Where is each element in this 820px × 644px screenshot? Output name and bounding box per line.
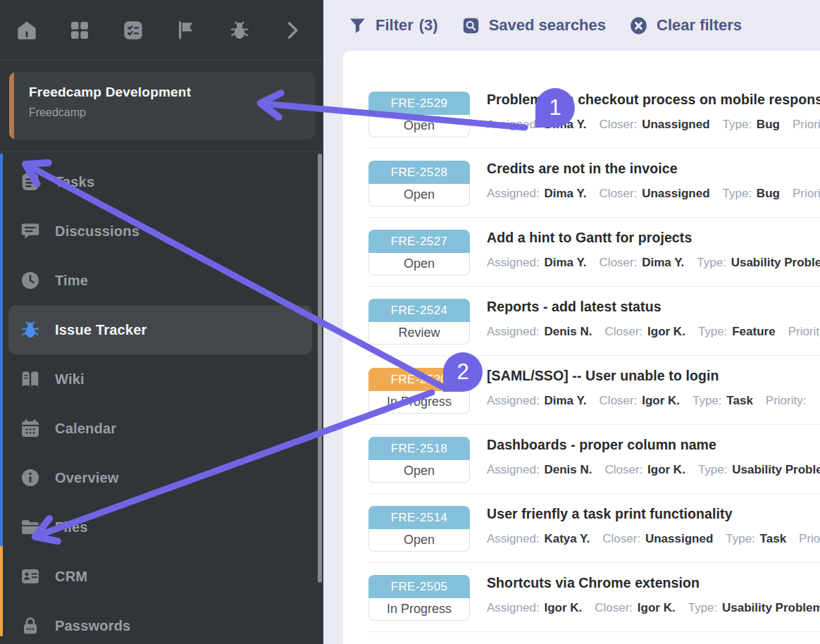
clear-filters-button[interactable]: Clear filters [629,16,742,35]
sidebar-item-passwords[interactable]: Passwords [0,601,323,644]
type-value: Usability Problem [731,256,820,269]
sidebar-item-label: Calendar [55,421,116,437]
issue-title[interactable]: Add a hint to Gantt for projects [487,230,820,246]
issue-id-block[interactable]: FRE-2527 Open [368,230,470,275]
issue-id-block[interactable]: FRE-2529 Open [368,92,470,137]
project-accent-bar [9,72,14,140]
type-label: Type: [688,601,718,614]
closer-label: Closer: [600,187,638,200]
issue-row[interactable]: FRE-2518 Open Dashboards - proper column… [368,425,820,494]
sidebar-item-label: Wiki [55,371,85,388]
type-value: Usability Problem [722,601,820,614]
sidebar-item-issue-tracker[interactable]: Issue Tracker [8,305,312,354]
issue-title[interactable]: [SAML/SSO] -- User unable to login [487,368,806,384]
apps-grid-icon[interactable] [68,19,91,42]
assigned-label: Assigned: [487,118,540,131]
sidebar-item-crm[interactable]: CRM [0,552,323,601]
closer-value: Igor K. [647,325,685,338]
type-value: Usability Problem [732,463,820,476]
issue-title[interactable]: Problem with checkout process on mobile … [487,92,820,108]
issue-row[interactable]: FRE-2527 Open Add a hint to Gantt for pr… [368,218,820,287]
issue-row[interactable]: FRE-2505 In Progress Shortcuts via Chrom… [368,563,820,632]
issue-id-block[interactable]: FRE-2518 Open [368,437,470,483]
issue-title[interactable]: Reports - add latest status [487,299,820,315]
sidebar-top-icon-bar [0,0,323,61]
priority-label: Priority: [793,187,820,200]
type-value: Feature [732,325,775,338]
issue-title[interactable]: Dashboards - proper column name [487,437,820,453]
expand-sidebar-icon[interactable] [281,19,304,42]
sidebar-item-label: Tasks [55,174,94,190]
issue-row[interactable]: FRE-2528 Open Credits are not in the inv… [368,149,820,218]
filter-button[interactable]: Filter (3) [348,16,438,35]
assigned-value: Dima Y. [544,118,586,131]
chevron-down-icon[interactable] [274,96,294,116]
sidebar-item-label: CRM [55,569,87,585]
priority-label: Priority: [799,532,820,545]
priority-label: Priority: [788,325,820,338]
menu-icon [20,467,41,488]
issue-title[interactable]: User frienfly a task print functionality [487,506,820,522]
issue-id-block[interactable]: FRE-2524 Review [368,299,470,345]
project-subtitle: Freedcamp [29,106,315,119]
sidebar-item-label: Time [55,273,88,289]
issue-row[interactable]: FRE-2524 Review Reports - add latest sta… [368,287,820,356]
issue-status-badge: Open [368,115,470,137]
sidebar-scrollbar[interactable] [318,154,322,583]
issue-id-block[interactable]: FRE-2514 Open [368,506,470,552]
sidebar-item-calendar[interactable]: Calendar [0,404,323,453]
issue-meta: Assigned: Katya Y. Closer: Unassigned Ty… [487,532,820,546]
issue-id-badge: FRE-2520 [368,368,470,391]
closer-label: Closer: [595,601,633,614]
sidebar-item-wiki[interactable]: Wiki [0,354,323,404]
issue-id-badge: FRE-2514 [368,506,470,529]
issue-title[interactable]: Credits are not in the invoice [487,161,820,177]
bug-icon[interactable] [228,19,251,42]
issue-meta: Assigned: Dima Y. Closer: Unassigned Typ… [487,187,820,201]
issue-row[interactable]: FRE-2529 Open Problem with checkout proc… [368,80,820,149]
type-label: Type: [723,118,752,131]
assigned-value: Dima Y. [544,256,586,269]
type-value: Task [760,532,787,545]
assigned-value: Denis N. [544,325,592,338]
issue-title[interactable]: Shortcuts via Chrome extension [487,575,820,591]
sidebar-item-tasks[interactable]: Tasks [0,157,323,206]
issue-id-badge: FRE-2518 [368,437,470,460]
closer-value: Igor K. [638,601,676,614]
issue-id-block[interactable]: FRE-2528 Open [368,161,470,206]
priority-label: Priority: [766,394,807,407]
flag-icon[interactable] [175,19,197,42]
menu-icon [20,221,41,242]
issue-meta: Assigned: Dima Y. Closer: Dima Y. Type: … [487,256,820,270]
sidebar: Freedcamp Development Freedcamp Tasks Di… [0,0,323,644]
saved-searches-label: Saved searches [489,16,606,35]
issue-row[interactable]: FRE-2514 Open User frienfly a task print… [368,494,820,563]
type-label: Type: [692,394,722,407]
issue-id-block[interactable]: FRE-2505 In Progress [368,575,470,621]
sidebar-scroll-accent-blue [0,154,3,546]
menu-icon [20,270,41,291]
closer-label: Closer: [600,256,638,269]
sidebar-item-label: Passwords [55,618,130,634]
sidebar-item-files[interactable]: Files [0,502,323,552]
assigned-value: Igor K. [544,601,582,614]
issue-row[interactable]: FRE-2520 In Progress [SAML/SSO] -- User … [368,356,820,425]
issue-status-badge: Open [368,460,470,483]
filter-count: (3) [419,16,438,35]
sidebar-item-overview[interactable]: Overview [0,453,323,502]
closer-value: Unassigned [645,532,713,545]
issue-id-block[interactable]: FRE-2520 In Progress [368,368,470,414]
saved-searches-button[interactable]: Saved searches [461,16,606,35]
project-selector[interactable]: Freedcamp Development Freedcamp [9,72,315,140]
home-icon[interactable] [15,19,38,42]
checklist-icon[interactable] [122,19,144,42]
type-value: Bug [757,118,780,131]
sidebar-item-discussions[interactable]: Discussions [0,206,323,256]
sidebar-item-time[interactable]: Time [0,256,323,305]
assigned-value: Denis N. [544,463,592,476]
issue-meta: Assigned: Denis N. Closer: Igor K. Type:… [487,463,820,477]
sidebar-item-label: Issue Tracker [55,322,147,338]
issue-status-badge: Open [368,184,470,206]
menu-icon [20,171,41,192]
issue-id-badge: FRE-2528 [368,161,470,184]
